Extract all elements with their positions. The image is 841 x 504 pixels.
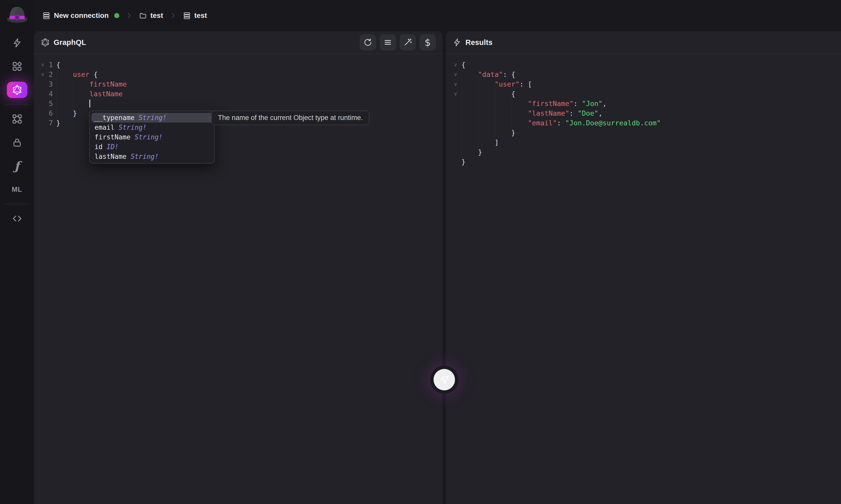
indent-guide xyxy=(461,108,478,118)
breadcrumb-table-label: test xyxy=(194,12,207,20)
chevron-right-icon xyxy=(125,12,133,19)
sidebar-slot xyxy=(0,107,34,131)
sidebar: ƒML xyxy=(0,0,34,504)
autocomplete-tooltip: The name of the current Object type at r… xyxy=(211,111,369,125)
graphql-toolbar: $ xyxy=(356,34,436,51)
sidebar-item-models[interactable]: ML xyxy=(7,181,27,198)
dashboard-icon xyxy=(12,61,22,72)
refresh-icon xyxy=(364,38,372,47)
line-number: 3 xyxy=(46,80,53,88)
indent-guide xyxy=(478,98,495,108)
autocomplete-item-__typename[interactable]: __typenameString! xyxy=(91,113,213,123)
fold-chevron-icon[interactable]: ∨ xyxy=(452,89,459,98)
topbar: New connectiontesttest xyxy=(34,0,841,31)
sidebar-slot xyxy=(0,55,34,78)
results-panel-header: Results xyxy=(446,31,841,54)
panel-title-results: Results xyxy=(466,38,493,47)
indent-guide xyxy=(495,128,511,137)
indent-guide xyxy=(461,79,478,89)
lock-icon xyxy=(12,137,22,148)
fold-chevron-icon[interactable]: ∨ xyxy=(39,69,46,79)
send-icon xyxy=(439,374,450,385)
line-number: 1 xyxy=(46,61,53,69)
indent-guide xyxy=(461,98,478,108)
sidebar-item-explorer[interactable] xyxy=(7,58,27,75)
code-line: } xyxy=(446,157,841,166)
indent-guide xyxy=(478,89,495,98)
lightning-icon xyxy=(452,38,462,47)
indent-guide xyxy=(478,79,495,89)
panel-divider[interactable] xyxy=(442,31,446,504)
main-area: GraphQL $ ∨1{∨2user {3firstName4lastName… xyxy=(34,31,841,504)
indent-guide xyxy=(495,108,511,118)
fold-chevron-icon[interactable]: ∨ xyxy=(452,60,459,69)
breadcrumb: New connectiontesttest xyxy=(40,10,209,21)
graphql-icon xyxy=(41,38,50,47)
indent-guide xyxy=(461,89,478,98)
fold-chevron-icon[interactable]: ∨ xyxy=(39,60,46,69)
sidebar-divider xyxy=(5,104,29,105)
prettify-button[interactable] xyxy=(400,34,416,51)
indent-guide xyxy=(56,79,73,89)
connection-name: New connection xyxy=(54,12,109,20)
autocomplete-item-firstName[interactable]: firstNameString! xyxy=(91,132,213,142)
indent-guide xyxy=(495,98,511,108)
autocomplete-item-email[interactable]: emailString! xyxy=(91,123,213,132)
indent-guide xyxy=(511,108,528,118)
breadcrumb-connection[interactable]: New connection xyxy=(40,10,122,21)
indent-guide xyxy=(56,98,73,108)
code-line: ∨1{ xyxy=(34,60,442,69)
function-icon: ƒ xyxy=(12,161,22,171)
indent-guide xyxy=(461,69,478,79)
dollar-icon: $ xyxy=(423,38,432,47)
breadcrumb-table[interactable]: test xyxy=(180,10,210,21)
sidebar-item-api-docs[interactable] xyxy=(7,210,27,227)
table-stack-icon xyxy=(42,12,51,20)
indent-guide xyxy=(56,89,73,98)
text-cursor xyxy=(89,100,90,107)
indent-guide xyxy=(478,108,495,118)
indent-guide xyxy=(461,118,478,128)
surrealist-logo[interactable] xyxy=(5,3,29,26)
lightning-icon xyxy=(12,38,22,48)
line-number: 5 xyxy=(46,100,53,107)
indent-guide xyxy=(478,137,495,147)
breadcrumb-database-label: test xyxy=(151,12,163,20)
bowler-hat-logo xyxy=(5,3,29,26)
connection-status-dot xyxy=(114,13,119,18)
sidebar-item-functions[interactable]: ƒ xyxy=(7,158,27,174)
run-query-button[interactable] xyxy=(434,369,455,390)
code-line: ] xyxy=(446,137,841,147)
autocomplete-item-id[interactable]: idID! xyxy=(91,142,213,152)
line-number: 7 xyxy=(46,119,53,127)
sidebar-slot xyxy=(0,78,34,102)
results-viewer[interactable]: ∨{∨"data": {∨"user": [∨{"firstName": "Jo… xyxy=(446,54,841,166)
sidebar-item-query[interactable] xyxy=(7,35,27,51)
sidebar-item-designer[interactable] xyxy=(7,111,27,127)
sidebar-slot xyxy=(0,131,34,154)
code-line: 4lastName xyxy=(34,89,442,98)
indent-guide xyxy=(73,98,89,108)
refresh-button[interactable] xyxy=(360,34,376,51)
code-line: 3firstName xyxy=(34,79,442,89)
indent-guide xyxy=(461,128,478,137)
sidebar-divider xyxy=(5,204,29,204)
autocomplete-item-lastName[interactable]: lastNameString! xyxy=(91,152,213,161)
variables-button[interactable]: $ xyxy=(419,34,436,51)
fold-chevron-icon[interactable]: ∨ xyxy=(452,69,459,79)
code-line: "firstName": "Jon", xyxy=(446,98,841,108)
fold-chevron-icon[interactable]: ∨ xyxy=(452,79,459,89)
sidebar-item-authentication[interactable] xyxy=(7,134,27,151)
code-line: ∨{ xyxy=(446,89,841,98)
indent-guide xyxy=(73,79,89,89)
code-line: ∨"user": [ xyxy=(446,79,841,89)
chevron-right-icon xyxy=(169,12,177,19)
indent-guide xyxy=(495,118,511,128)
code-line: ∨"data": { xyxy=(446,69,841,79)
breadcrumb-database[interactable]: test xyxy=(136,10,166,21)
align-lines-icon xyxy=(383,38,392,47)
code-line: } xyxy=(446,147,841,157)
sidebar-slot: ML xyxy=(0,178,34,201)
sidebar-item-graphql[interactable] xyxy=(7,82,27,98)
format-button[interactable] xyxy=(380,34,396,51)
